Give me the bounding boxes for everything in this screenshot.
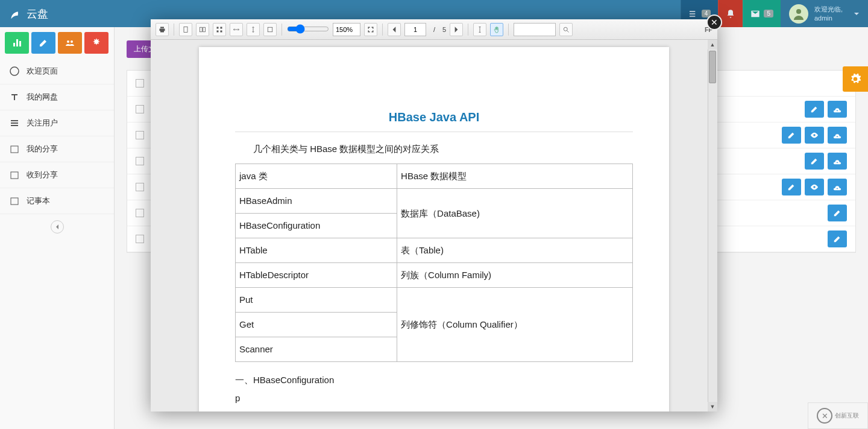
svg-rect-12 (221, 27, 222, 28)
scroll-down[interactable]: ▼ (708, 402, 717, 412)
svg-rect-15 (268, 27, 272, 32)
table-cell: HBaseConfiguration (236, 214, 397, 238)
svg-rect-14 (221, 30, 222, 32)
svg-rect-10 (203, 27, 206, 32)
fit-width-button[interactable] (230, 23, 243, 36)
doc-intro: 几个相关类与 HBase 数据模型之间的对应关系 (235, 142, 633, 156)
table-cell: 列族（Column Family) (397, 263, 633, 288)
svg-rect-11 (217, 27, 219, 28)
svg-rect-13 (217, 30, 219, 32)
table-cell: Scanner (236, 337, 397, 362)
separator (281, 24, 282, 36)
table-cell: HTableDescriptor (236, 263, 397, 288)
scroll-thumb[interactable] (709, 51, 716, 83)
fit-page-button[interactable] (263, 23, 277, 36)
chevron-left-icon (391, 26, 398, 33)
scroll-up[interactable]: ▲ (708, 40, 717, 49)
table-cell: Get (236, 313, 397, 337)
text-cursor-icon (476, 26, 483, 33)
separator (508, 24, 509, 36)
table-cell: HBaseAdmin (236, 189, 397, 214)
page-separator: / (430, 26, 439, 33)
prev-page-button[interactable] (388, 23, 401, 36)
zoom-slider[interactable] (287, 24, 329, 35)
table-header-cell: java 类 (236, 164, 397, 189)
table-cell: 列修饰符（Column Qualifier） (397, 288, 633, 362)
section-heading: 一、HBaseConfiguration (235, 373, 633, 387)
zoom-range[interactable] (287, 24, 329, 34)
fit-width-icon (233, 26, 240, 33)
pages-icon (199, 26, 206, 33)
scrollbar[interactable]: ▲ ▼ (708, 40, 717, 412)
print-icon (159, 26, 166, 33)
viewer-body[interactable]: HBase Java API 几个相关类与 HBase 数据模型之间的对应关系 … (151, 40, 717, 412)
svg-point-16 (564, 27, 567, 31)
fullscreen-button[interactable] (364, 23, 377, 36)
fullscreen-icon (367, 26, 374, 33)
svg-rect-8 (184, 27, 187, 32)
search-icon (562, 26, 570, 33)
hand-icon (493, 26, 500, 33)
page-total: 5 (442, 26, 446, 33)
doc-title: HBase Java API (235, 107, 633, 127)
page-icon (182, 26, 189, 33)
close-button[interactable]: ✕ (706, 14, 722, 30)
document-viewer-modal: ✕ / 5 FP (151, 19, 717, 412)
svg-rect-9 (200, 27, 203, 32)
separator (382, 24, 383, 36)
two-page-button[interactable] (196, 23, 209, 36)
separator (468, 24, 468, 36)
document-page: HBase Java API 几个相关类与 HBase 数据模型之间的对应关系 … (199, 47, 669, 412)
hand-tool-button[interactable] (490, 23, 503, 36)
single-page-button[interactable] (179, 23, 192, 36)
viewer-toolbar: / 5 FP (151, 19, 717, 40)
divider (235, 132, 633, 132)
search-button[interactable] (559, 23, 573, 36)
table-cell: 表（Table) (397, 238, 633, 263)
select-tool-button[interactable] (473, 23, 486, 36)
chevron-right-icon (453, 26, 460, 33)
separator (174, 24, 174, 36)
fit-height-icon (250, 26, 257, 33)
modal-overlay: ✕ / 5 FP (0, 0, 868, 429)
table-cell: 数据库（DataBase) (397, 189, 633, 238)
mapping-table: java 类HBase 数据模型 HBaseAdmin数据库（DataBase)… (235, 164, 633, 362)
page-input[interactable] (404, 23, 426, 36)
next-page-button[interactable] (450, 23, 463, 36)
search-input[interactable] (514, 23, 556, 36)
table-header-cell: HBase 数据模型 (397, 164, 633, 189)
grid-icon (216, 26, 223, 33)
table-cell: Put (236, 288, 397, 313)
fit-page-icon (266, 26, 274, 33)
table-cell: HTable (236, 238, 397, 263)
fit-height-button[interactable] (247, 23, 260, 36)
relation-line: 关系：org.apache.hadoop.hbase.HBaseConfigur… (235, 410, 633, 412)
print-button[interactable] (156, 23, 169, 36)
thumb-button[interactable] (213, 23, 226, 36)
zoom-input[interactable] (333, 23, 360, 36)
